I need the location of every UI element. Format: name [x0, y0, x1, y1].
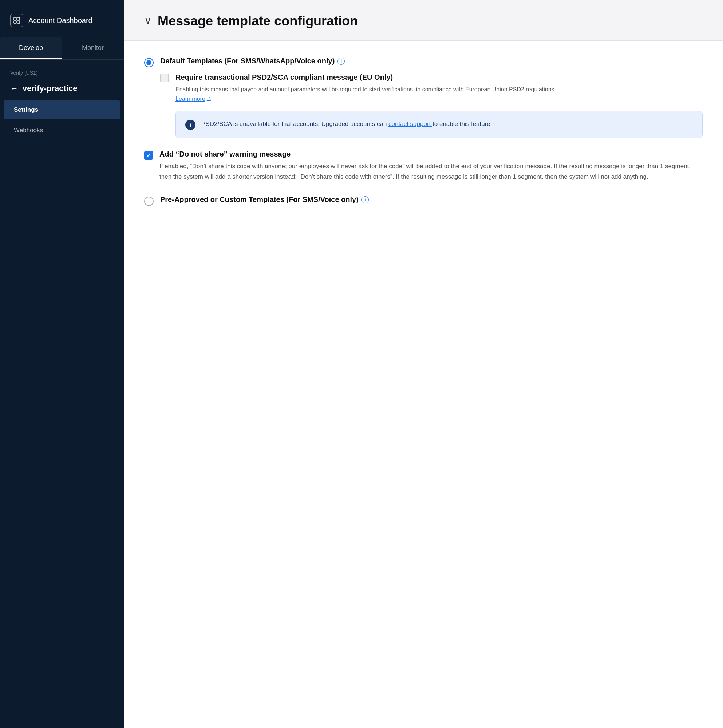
sidebar-section-label: Verify (US1): [0, 60, 124, 80]
psd2-title: Require transactional PSD2/SCA compliant…: [175, 72, 703, 82]
default-templates-label-block: Default Templates (For SMS/WhatsApp/Voic…: [160, 57, 703, 138]
svg-rect-3: [17, 21, 20, 23]
default-templates-info-icon[interactable]: i: [337, 58, 345, 65]
default-templates-title: Default Templates (For SMS/WhatsApp/Voic…: [160, 57, 703, 65]
do-not-share-checkbox[interactable]: [144, 151, 153, 160]
back-arrow-icon: ←: [10, 84, 18, 93]
tab-monitor[interactable]: Monitor: [62, 37, 124, 59]
do-not-share-title: Add “Do not share” warning message: [159, 150, 703, 158]
content-area: Default Templates (For SMS/WhatsApp/Voic…: [124, 41, 723, 228]
chevron-icon[interactable]: ∨: [144, 15, 152, 27]
sidebar-title: Account Dashboard: [28, 16, 92, 25]
tab-develop[interactable]: Develop: [0, 37, 62, 59]
svg-rect-2: [14, 21, 16, 23]
psd2-info-alert: i PSD2/SCA is unavailable for trial acco…: [175, 111, 703, 138]
pre-approved-title: Pre-Approved or Custom Templates (For SM…: [160, 196, 703, 204]
learn-more-link[interactable]: Learn more ↗: [175, 94, 211, 104]
sidebar: Account Dashboard Develop Monitor Verify…: [0, 0, 124, 728]
section-title: Message template configuration: [158, 13, 358, 29]
info-alert-icon: i: [185, 120, 196, 130]
pre-approved-option: Pre-Approved or Custom Templates (For SM…: [144, 196, 703, 206]
sidebar-tabs: Develop Monitor: [0, 37, 124, 60]
sidebar-item-webhooks[interactable]: Webhooks: [4, 121, 120, 140]
default-templates-radio[interactable]: [144, 58, 154, 67]
svg-rect-1: [17, 17, 20, 20]
contact-support-link[interactable]: contact support: [388, 121, 432, 127]
psd2-checkbox[interactable]: [160, 73, 169, 82]
external-link-icon: ↗: [207, 95, 211, 102]
default-templates-option: Default Templates (For SMS/WhatsApp/Voic…: [144, 57, 703, 138]
pre-approved-info-icon[interactable]: i: [362, 196, 369, 203]
psd2-option: Require transactional PSD2/SCA compliant…: [160, 72, 703, 138]
dashboard-icon: [10, 14, 23, 27]
sidebar-item-settings[interactable]: Settings: [4, 101, 120, 119]
info-alert-text: PSD2/SCA is unavailable for trial accoun…: [201, 119, 492, 129]
sidebar-back-button[interactable]: ← verify-practice: [0, 80, 124, 100]
psd2-description: Enabling this means that payee and amoun…: [175, 85, 703, 103]
sidebar-header: Account Dashboard: [0, 0, 124, 37]
do-not-share-label-block: Add “Do not share” warning message If en…: [159, 150, 703, 182]
pre-approved-label-block: Pre-Approved or Custom Templates (For SM…: [160, 196, 703, 204]
main-content: ∨ Message template configuration Default…: [124, 0, 723, 728]
svg-rect-0: [14, 17, 16, 20]
pre-approved-radio[interactable]: [144, 197, 154, 206]
do-not-share-option: Add “Do not share” warning message If en…: [144, 150, 703, 182]
section-header: ∨ Message template configuration: [124, 0, 723, 41]
sidebar-back-label: verify-practice: [23, 84, 77, 93]
do-not-share-description: If enabled, “Don’t share this code with …: [159, 161, 703, 182]
psd2-label-block: Require transactional PSD2/SCA compliant…: [175, 72, 703, 138]
